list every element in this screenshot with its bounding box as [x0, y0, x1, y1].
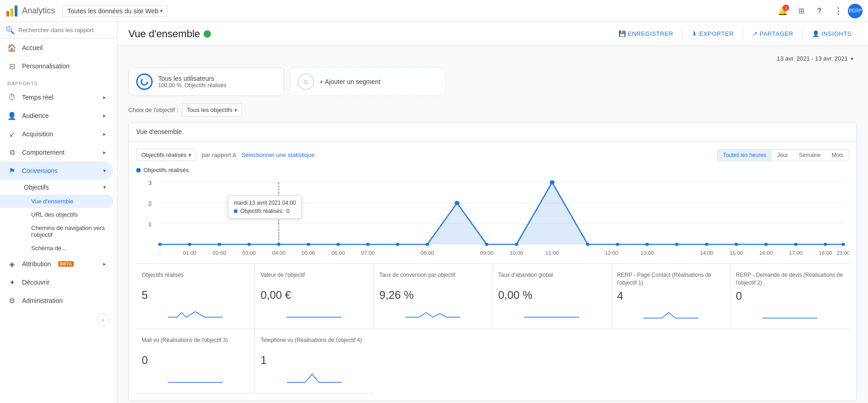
- sidebar-item-attribution[interactable]: ◈ Attribution BETA ▸: [0, 255, 113, 273]
- svg-text:08:00: 08:00: [420, 250, 434, 255]
- time-btn-all-hours[interactable]: Toutes les heures: [718, 150, 772, 161]
- sidebar-sub-url-objectifs[interactable]: URL des objectifs: [0, 208, 113, 221]
- layout: 🔍 🏠 Accueil ⊟ Personnalisation RAPPORTS …: [0, 22, 868, 403]
- more-button[interactable]: ⋮: [829, 3, 846, 19]
- segment-circle: [136, 73, 153, 90]
- sidebar-item-administration[interactable]: ⚙ Administration: [0, 291, 113, 310]
- chevron-down-icon: ▾: [103, 184, 106, 190]
- sidebar-item-decouvrir[interactable]: ✦ Découvrir: [0, 273, 113, 291]
- metric-valeur-objectif: Valeur de l'objectif 0,00 €: [255, 264, 374, 329]
- main-content: Vue d'ensemble 💾 ENREGISTRER ⬇ EXPORTER …: [117, 22, 868, 403]
- insights-icon: 👤: [812, 30, 820, 37]
- chevron-right-icon: ▸: [103, 112, 106, 119]
- save-icon: 💾: [619, 30, 626, 37]
- overview-card-body: Objectifs réalisés ▾ par rapport à Sélec…: [129, 141, 857, 401]
- page-title: Vue d'ensemble: [128, 28, 200, 40]
- sidebar-sub-schema[interactable]: Schéma de...: [0, 241, 113, 255]
- time-period-buttons: Toutes les heures Jour Semaine Mois: [717, 149, 849, 161]
- share-button[interactable]: ↗ PARTAGER: [747, 28, 799, 40]
- svg-point-23: [455, 201, 459, 205]
- svg-text:07:00: 07:00: [361, 250, 375, 255]
- select-stat-link[interactable]: Sélectionner une statistique: [241, 151, 315, 158]
- content-area: 13 avr. 2021 - 13 avr. 2021 ▾ Tous les u…: [117, 46, 868, 403]
- metric-taux-conversion: Taux de conversion par objectif 9,26 %: [374, 264, 492, 329]
- sidebar-sub-chemins[interactable]: Chemins de navigation vers l'objectif: [0, 221, 113, 241]
- sidebar: 🔍 🏠 Accueil ⊟ Personnalisation RAPPORTS …: [0, 22, 117, 403]
- share-label: PARTAGER: [760, 30, 793, 37]
- search-input[interactable]: [18, 27, 111, 34]
- sidebar-item-audience[interactable]: 👤 Audience ▸: [0, 106, 113, 125]
- svg-text:23:00: 23:00: [836, 250, 849, 255]
- search-box[interactable]: 🔍: [0, 22, 117, 39]
- sidebar-item-temps-reel[interactable]: ⏱ Temps réel ▸: [0, 88, 113, 106]
- chevron-right-icon: ▸: [103, 261, 106, 267]
- help-button[interactable]: ?: [811, 3, 828, 19]
- time-btn-day[interactable]: Jour: [772, 150, 793, 161]
- clock-icon: ⏱: [7, 93, 17, 102]
- segment-circle-inner: [140, 78, 149, 86]
- svg-point-27: [586, 243, 590, 246]
- par-rapport-label: par rapport à: [202, 151, 236, 158]
- add-segment-button[interactable]: ○ + Ajouter un segment: [290, 67, 446, 96]
- svg-point-13: [158, 243, 162, 246]
- metric-title: RERP - Demande de devis (Réalisations de…: [736, 271, 844, 287]
- mini-chart: [142, 369, 249, 384]
- svg-point-34: [794, 243, 797, 246]
- save-button[interactable]: 💾 ENREGISTRER: [613, 28, 679, 40]
- metric-value: 0,00 %: [498, 289, 605, 302]
- svg-point-15: [218, 243, 221, 246]
- more-icon: ⋮: [834, 6, 842, 16]
- svg-rect-1: [11, 8, 13, 17]
- insights-button[interactable]: 👤 INSIGHTS: [807, 28, 857, 40]
- svg-point-36: [841, 243, 845, 246]
- chevron-right-icon: ▸: [103, 131, 106, 137]
- tooltip-val: 0: [287, 208, 290, 214]
- date-range-picker[interactable]: 13 avr. 2021 - 13 avr. 2021 ▾: [773, 53, 857, 64]
- save-label: ENREGISTRER: [628, 30, 673, 37]
- avatar[interactable]: RERP: [848, 4, 862, 18]
- sidebar-item-label: Administration: [22, 297, 63, 304]
- date-range-container: 13 avr. 2021 - 13 avr. 2021 ▾: [128, 53, 857, 64]
- objective-dropdown[interactable]: Tous les objectifs ▾: [182, 103, 242, 117]
- export-label: EXPORTER: [699, 30, 734, 37]
- notifications-button[interactable]: 🔔 1: [774, 3, 791, 19]
- sidebar-sub-vue-ensemble[interactable]: Vue d'ensemble: [0, 195, 113, 208]
- sidebar-item-comportement[interactable]: ⧉ Comportement ▸: [0, 143, 113, 162]
- time-btn-week[interactable]: Semaine: [793, 150, 826, 161]
- sidebar-item-personnalisation[interactable]: ⊟ Personnalisation: [0, 57, 113, 75]
- notification-badge: 1: [783, 5, 789, 11]
- sidebar-sub-objectifs[interactable]: Objectifs ▾: [0, 180, 113, 195]
- svg-text:04:00: 04:00: [272, 250, 285, 255]
- svg-point-16: [247, 243, 251, 246]
- card-title-text: Vue d'ensemble: [136, 128, 182, 135]
- segment-all-users[interactable]: Tous les utilisateurs 100,00 %, Objectif…: [128, 67, 284, 96]
- sidebar-item-label: Conversions: [22, 167, 58, 174]
- collapse-sidebar-button[interactable]: ‹: [97, 313, 110, 326]
- svg-point-30: [675, 243, 679, 246]
- metric-value: 5: [142, 289, 249, 302]
- sidebar-item-acquisition[interactable]: ↙ Acquisition ▸: [0, 125, 113, 143]
- sidebar-item-accueil[interactable]: 🏠 Accueil: [0, 39, 113, 57]
- sidebar-sub-sub-label: URL des objectifs: [31, 211, 77, 218]
- svg-text:1: 1: [148, 221, 152, 228]
- time-btn-month[interactable]: Mois: [826, 150, 849, 161]
- tooltip-dot: [234, 209, 238, 213]
- metrics-row2: Mail vu (Réalisations de l'objectif 3) 0…: [136, 329, 849, 393]
- property-selector[interactable]: Toutes les données du site Web ▾: [62, 5, 168, 17]
- flag-icon: ⚑: [7, 166, 17, 175]
- svg-point-21: [396, 243, 399, 246]
- metric-value: 0: [142, 354, 249, 367]
- svg-point-18: [307, 243, 310, 246]
- apps-button[interactable]: ⊞: [793, 3, 809, 19]
- sidebar-item-conversions[interactable]: ⚑ Conversions ▾: [0, 162, 113, 180]
- dashboard-icon: ⊟: [7, 62, 17, 71]
- tooltip-date: mardi 13 avril 2021 04:00: [234, 200, 296, 206]
- metric-dropdown-label: Objectifs réalisés: [141, 151, 187, 158]
- sidebar-nav: 🏠 Accueil ⊟ Personnalisation RAPPORTS ⏱ …: [0, 39, 117, 403]
- metric-dropdown[interactable]: Objectifs réalisés ▾: [136, 149, 196, 161]
- app-title: Analytics: [22, 6, 55, 16]
- insights-label: INSIGHTS: [822, 30, 851, 37]
- sidebar-item-label: Attribution: [22, 260, 51, 268]
- segment-sub: 100,00 %, Objectifs réalisés: [158, 82, 227, 89]
- export-button[interactable]: ⬇ EXPORTER: [686, 28, 739, 40]
